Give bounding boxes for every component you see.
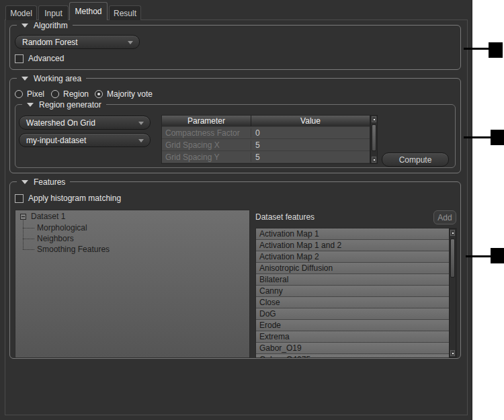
algorithm-group-title[interactable]: Algorithm [17,20,73,30]
list-item[interactable]: Gabor_O4075 [256,354,456,358]
tree-item-dataset[interactable]: Dataset 1 [15,210,249,222]
algorithm-select[interactable]: Random Forest [15,35,140,49]
list-item[interactable]: Activation Map 2 [256,251,456,263]
list-item[interactable]: Erode [256,320,456,331]
radio-selected-icon[interactable] [95,90,103,98]
list-item[interactable]: Canny [256,286,456,297]
list-item-label: Activation Map 2 [259,252,319,261]
list-item[interactable]: Extrema [256,331,456,343]
list-item-label: Gabor_O4075 [259,355,310,358]
table-row: Compactness Factor 0 [162,126,370,138]
list-scrollbar[interactable] [449,228,456,358]
parameter-table: Parameter Value Compactness Factor 0 Gri… [161,115,370,164]
tree-children: Morphological Neighbors Smoothing Featur… [23,222,249,255]
scroll-down-icon[interactable] [450,350,455,356]
list-item-label: Erode [259,321,281,330]
collapse-arrow-icon[interactable] [27,103,34,107]
param-value-cell[interactable]: 5 [251,153,370,162]
param-name-cell: Compactness Factor [162,128,251,138]
param-value-cell[interactable]: 0 [251,128,370,138]
radio-pixel-label: Pixel [27,89,44,99]
generator-select[interactable]: Watershed On Grid [19,116,151,130]
list-item-label: Anisotropic Diffusion [259,263,333,273]
scroll-up-icon[interactable] [450,230,455,236]
callout-line-2 [464,136,491,138]
radio-region-label: Region [63,89,89,99]
param-name-cell: Grid Spacing Y [162,153,251,162]
compute-button[interactable]: Compute [382,153,449,167]
param-value-cell[interactable]: 5 [251,140,370,150]
checkbox-icon[interactable] [15,194,24,203]
list-item[interactable]: DoG [256,308,456,320]
column-header-parameter[interactable]: Parameter [162,116,251,126]
histogram-matching-label: Apply histogram matching [28,194,121,203]
list-scrollbar-thumb[interactable] [450,239,455,278]
tree-item-label: Morphological [37,223,87,233]
callout-line-3 [466,255,491,257]
add-button[interactable]: Add [433,210,456,224]
collapse-arrow-icon[interactable] [22,180,28,184]
working-area-group-title[interactable]: Working area [17,73,86,83]
list-item[interactable]: Gabor_O19 [256,343,456,354]
param-name-cell: Grid Spacing X [162,140,251,150]
tree-root-label: Dataset 1 [31,212,65,221]
parameter-table-header: Parameter Value [162,116,370,126]
scroll-down-icon[interactable] [372,157,376,163]
tree-item-neighbors[interactable]: Neighbors [23,233,249,244]
tab-input[interactable]: Input [38,5,69,20]
column-header-value[interactable]: Value [251,116,370,126]
radio-pixel[interactable]: Pixel [15,89,44,99]
list-item[interactable]: Anisotropic Diffusion [256,263,456,274]
radio-region[interactable]: Region [51,89,89,99]
table-scrollbar-thumb[interactable] [372,124,376,151]
feature-tree: Dataset 1 Morphological Neighbors Smooth… [15,210,250,358]
add-button-label: Add [437,213,452,222]
radio-icon[interactable] [51,90,59,98]
dataset-select[interactable]: my-input-dataset [19,133,151,147]
list-item-label: Activation Map 1 [259,229,319,239]
algorithm-select-value: Random Forest [22,38,78,47]
tab-model[interactable]: Model [5,5,37,20]
histogram-matching-checkbox[interactable]: Apply histogram matching [15,194,121,203]
algorithm-group-label: Algorithm [34,21,68,30]
dataset-features-label: Dataset features [255,212,314,222]
list-item[interactable]: Bilateral [256,274,456,286]
list-item[interactable]: Activation Map 1 [256,228,456,240]
radio-majority-vote-label: Majority vote [107,89,153,99]
list-item[interactable]: Activation Map 1 and 2 [256,240,456,251]
collapse-arrow-icon[interactable] [22,24,28,28]
chevron-down-icon [128,41,133,44]
checkbox-icon[interactable] [15,54,24,63]
collapse-arrow-icon[interactable] [22,77,28,81]
features-group-label: Features [34,177,65,187]
callout-marker-3 [491,248,504,263]
tree-item-smoothing[interactable]: Smoothing Features [23,244,249,255]
tree-item-morphological[interactable]: Morphological [23,222,249,233]
callout-marker-2 [491,130,504,145]
scroll-up-icon[interactable] [372,116,376,122]
region-generator-group-title[interactable]: Region generator [22,99,106,110]
list-item-label: Activation Map 1 and 2 [259,241,341,250]
table-scrollbar[interactable] [370,115,378,164]
chevron-down-icon [138,122,144,125]
radio-majority-vote[interactable]: Majority vote [95,89,153,99]
tree-collapse-icon[interactable] [20,214,26,220]
list-item[interactable]: Close [256,297,456,308]
application-window: Model Input Method Result Algorithm Rand… [0,0,472,420]
tab-method[interactable]: Method [69,2,108,20]
tab-result[interactable]: Result [109,5,141,20]
advanced-checkbox[interactable]: Advanced [15,54,64,63]
list-item-label: DoG [259,309,276,319]
list-item-label: Gabor_O19 [259,343,302,353]
region-generator-group-label: Region generator [39,100,101,110]
features-group-title[interactable]: Features [17,177,70,187]
tree-item-label: Neighbors [37,234,74,243]
list-item-label: Close [259,298,280,307]
dataset-select-value: my-input-dataset [26,136,86,145]
advanced-checkbox-label: Advanced [28,54,64,63]
working-area-group-label: Working area [34,74,81,83]
list-item-label: Bilateral [259,275,288,284]
generator-select-value: Watershed On Grid [26,118,95,128]
radio-icon[interactable] [15,90,23,98]
tab-method-label: Method [75,7,101,16]
